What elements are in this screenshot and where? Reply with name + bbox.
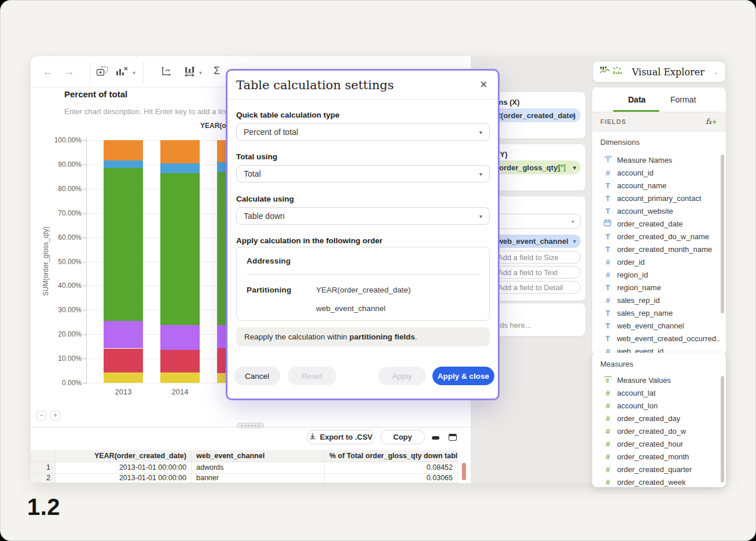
field-label: sales_rep_id — [617, 296, 660, 305]
forward-arrow-icon[interactable]: → — [64, 65, 75, 79]
table-cell[interactable]: 1 — [31, 462, 56, 474]
chevron-down-icon: ▾ — [479, 213, 482, 220]
field-item[interactable]: #account_lon — [604, 399, 720, 412]
table-header-cell[interactable] — [31, 450, 56, 462]
zoom-out-button[interactable]: − — [36, 411, 46, 421]
chevron-down-icon[interactable]: ▾ — [199, 70, 202, 76]
bar-segment[interactable] — [160, 163, 200, 174]
y-tick-label: 50.00% — [46, 258, 82, 266]
bar-segment[interactable] — [104, 349, 143, 373]
field-item[interactable]: TMeasure Names — [604, 153, 720, 166]
app-switcher-button[interactable]: Visual Explorer ⌄ — [592, 61, 726, 83]
field-item[interactable]: #order_created_do_w — [604, 425, 720, 437]
calculate-using-select[interactable]: Table down▾ — [236, 207, 490, 225]
partitioning-field: web_event_channel — [316, 304, 386, 313]
total-using-label: Total using — [236, 152, 277, 161]
table-cell[interactable]: 2013-01-01 00:00:00 — [56, 462, 192, 474]
add-calculation-icon[interactable]: fx+ — [706, 117, 717, 126]
size-slot[interactable]: Add a field to Size — [491, 251, 581, 264]
close-icon[interactable]: × — [480, 78, 487, 92]
field-item[interactable]: #account_lat — [604, 386, 720, 399]
quick-calc-select[interactable]: Percent of total▾ — [236, 123, 490, 141]
back-arrow-icon[interactable]: ← — [42, 65, 53, 79]
chart-title[interactable]: Percent of total — [64, 89, 127, 99]
field-item[interactable]: Taccount_name — [604, 179, 720, 192]
apply-button[interactable]: Apply — [378, 367, 426, 385]
delete-chart-icon[interactable] — [116, 66, 129, 79]
apply-close-button[interactable]: Apply & close — [432, 367, 494, 385]
bar-segment[interactable] — [160, 140, 200, 163]
bar-segment[interactable] — [104, 321, 143, 348]
reset-button[interactable]: Reset — [288, 367, 336, 385]
detail-slot[interactable]: Add a field to Detail — [491, 281, 581, 294]
table-cell[interactable]: 2013-01-01 00:00:00 — [56, 474, 192, 483]
bar-segment[interactable] — [104, 168, 143, 321]
transpose-axes-icon[interactable] — [160, 66, 172, 79]
chevron-down-icon[interactable]: ▾ — [573, 238, 576, 244]
tab-data[interactable]: Data — [628, 95, 645, 104]
field-item[interactable]: Tweb_event_created_occurred... — [604, 332, 720, 345]
y-tick-label: 80.00% — [46, 185, 82, 193]
field-item[interactable]: #region_id — [604, 268, 720, 281]
field-item[interactable]: #order_created_hour — [604, 437, 720, 450]
table-cell[interactable]: 0.08452 — [325, 462, 458, 474]
dimensions-scrollbar[interactable] — [721, 155, 724, 313]
app-name: Visual Explorer — [625, 67, 711, 78]
table-header-cell[interactable]: % of Total order_gloss_qty down table — [325, 450, 458, 462]
field-item[interactable]: Tsales_rep_name — [604, 306, 720, 319]
export-csv-button[interactable]: Export to .CSV — [307, 430, 375, 444]
chevron-down-icon[interactable]: ▾ — [572, 112, 575, 119]
field-item[interactable]: #order_created_week — [604, 476, 720, 488]
field-item[interactable]: #order_id — [604, 255, 720, 268]
cancel-button[interactable]: Cancel — [234, 367, 280, 385]
field-item[interactable]: Tweb_event_channel — [604, 319, 720, 332]
expand-table-icon[interactable] — [449, 434, 457, 441]
field-item[interactable]: Torder_created_month_name — [604, 243, 720, 255]
chevron-down-icon[interactable]: ▾ — [133, 70, 135, 76]
field-item[interactable]: #Measure Values — [604, 374, 720, 386]
chevron-down-icon[interactable]: ▾ — [571, 218, 574, 225]
table-header-cell[interactable]: YEAR(order_created_date) — [56, 450, 192, 462]
field-item[interactable]: Taccount_primary_contact — [604, 192, 720, 204]
resize-drag-handle[interactable] — [237, 423, 264, 428]
field-item[interactable]: Torder_created_do_w_name — [604, 230, 720, 243]
sum-icon[interactable]: Σ — [214, 65, 220, 77]
total-using-select[interactable]: Total▾ — [236, 165, 490, 182]
duplicate-chart-icon[interactable] — [96, 66, 109, 79]
field-item[interactable]: #order_created_quarter — [604, 463, 720, 476]
table-header-cell[interactable]: web_event_channel — [192, 450, 325, 462]
bar-segment[interactable] — [160, 372, 200, 383]
copy-button[interactable]: Copy — [380, 430, 425, 444]
bar-segment[interactable] — [160, 350, 200, 372]
marks-color-pill[interactable]: web_event_channel ▾ — [491, 235, 581, 248]
y-tick-label: 10.00% — [46, 354, 82, 363]
table-cell[interactable]: 0.03065 — [325, 474, 458, 483]
field-item[interactable]: Tregion_name — [604, 281, 720, 294]
minimize-table-icon[interactable] — [432, 436, 439, 440]
chevron-down-icon[interactable]: ▾ — [573, 165, 576, 171]
zoom-in-button[interactable]: + — [50, 411, 60, 421]
bar-width-icon[interactable] — [184, 66, 197, 79]
field-item[interactable]: #order_created_day — [604, 412, 720, 425]
field-item[interactable]: #account_id — [604, 166, 720, 179]
bar-segment[interactable] — [160, 173, 200, 324]
bar-segment[interactable] — [160, 325, 200, 350]
field-item[interactable]: order_created_date — [604, 217, 720, 230]
field-item[interactable]: Taccount_website — [604, 204, 720, 217]
bar-segment[interactable] — [104, 160, 143, 168]
text-field-icon: T — [604, 181, 612, 190]
field-item[interactable]: #sales_rep_id — [604, 294, 720, 306]
table-cell[interactable]: 2 — [31, 474, 56, 483]
order-box-divider — [247, 274, 480, 275]
measures-scrollbar[interactable] — [721, 376, 724, 482]
bar-segment[interactable] — [104, 140, 143, 160]
table-cell[interactable]: adwords — [192, 462, 325, 474]
chart-description-placeholder[interactable]: Enter chart description. Hit Enter key t… — [64, 107, 230, 116]
bar-line-chart-logo-icon — [600, 66, 610, 78]
tab-format[interactable]: Format — [670, 95, 696, 104]
field-item[interactable]: #order_created_month — [604, 450, 720, 463]
table-cell[interactable]: banner — [192, 474, 325, 483]
text-slot[interactable]: Add a field to Text — [491, 266, 581, 279]
bar-segment[interactable] — [104, 372, 143, 383]
table-scrollbar[interactable] — [462, 463, 466, 480]
